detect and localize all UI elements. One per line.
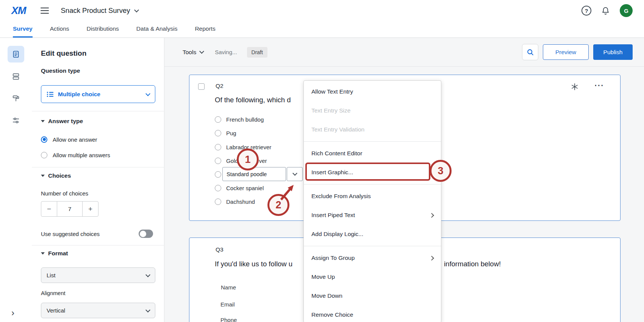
choice-radio-icon[interactable] (215, 185, 221, 191)
tab-data-analysis[interactable]: Data & Analysis (136, 21, 178, 38)
builder-icon-rail: › (0, 38, 32, 322)
choices-label: Choices (48, 172, 71, 179)
menu-item-allow-text-entry[interactable]: Allow Text Entry (304, 82, 441, 101)
multiple-choice-list-icon (47, 91, 54, 97)
search-button[interactable] (522, 44, 538, 60)
question-checkbox[interactable] (198, 83, 205, 90)
notifications-bell-icon[interactable] (601, 6, 610, 15)
choice-dropdown-button[interactable] (287, 167, 303, 181)
choice-row[interactable]: Pug (215, 129, 236, 137)
rail-style-icon[interactable] (8, 90, 24, 107)
top-bar: XM Snack Product Survey ? G (0, 0, 644, 21)
star-icon[interactable] (571, 83, 579, 91)
menu-item-text-entry-validation: Text Entry Validation (304, 120, 441, 139)
alignment-select[interactable]: Vertical (41, 303, 155, 318)
choices-section-header[interactable]: Choices (41, 172, 71, 179)
more-options-icon[interactable]: ⋯ (594, 80, 605, 91)
annotation-step-3: 3 (430, 160, 452, 182)
form-field-name-label[interactable]: Name (221, 284, 236, 291)
choice-radio-icon[interactable] (215, 116, 221, 123)
choice-row[interactable]: French bulldog (215, 116, 264, 123)
choice-label[interactable]: Pug (226, 130, 236, 136)
alignment-label: Alignment (41, 290, 65, 296)
form-field-email-label[interactable]: Email (220, 301, 235, 308)
hamburger-menu-icon[interactable] (41, 10, 49, 11)
publish-button[interactable]: Publish (593, 44, 633, 60)
menu-divider (304, 246, 441, 246)
question-type-select[interactable]: Multiple choice (41, 85, 155, 103)
question-id: Q3 (216, 246, 224, 253)
menu-divider (304, 141, 441, 142)
main-nav-tabs: Survey Actions Distributions Data & Anal… (0, 21, 644, 38)
number-of-choices-label: Number of choices (41, 190, 88, 197)
xm-logo: XM (11, 5, 26, 17)
radio-selected-icon[interactable] (41, 136, 47, 143)
collapse-panel-chevron-icon[interactable]: › (11, 308, 14, 318)
question-text-left[interactable]: If you'd like us to follow u (215, 260, 292, 268)
menu-item-text-entry-size: Text Entry Size (304, 101, 441, 120)
increment-button[interactable]: + (82, 201, 98, 217)
rail-blocks-icon[interactable] (8, 68, 24, 85)
menu-item-assign-to-group[interactable]: Assign To Group (304, 249, 441, 267)
tab-distributions[interactable]: Distributions (87, 21, 119, 38)
answer-one-label: Allow one answer (53, 136, 97, 143)
divider (32, 111, 164, 111)
submenu-chevron-right-icon (429, 256, 434, 261)
chevron-down-icon (292, 171, 297, 176)
menu-item-exclude-from-analysis[interactable]: Exclude From Analysis (304, 187, 441, 206)
menu-item-rich-content-editor[interactable]: Rich Content Editor (304, 144, 441, 163)
header-actions: ? G (581, 4, 633, 17)
answer-one-option[interactable]: Allow one answer (41, 136, 97, 143)
caret-down-icon (41, 175, 45, 177)
tab-actions[interactable]: Actions (50, 21, 69, 38)
choice-row[interactable]: Dachshund (215, 198, 255, 205)
choice-radio-icon[interactable] (215, 130, 221, 136)
format-select[interactable]: List (41, 267, 155, 283)
chevron-down-icon (145, 272, 150, 277)
choice-label[interactable]: Cocker spaniel (226, 185, 264, 191)
tools-label: Tools (183, 49, 196, 56)
use-suggested-choices-toggle[interactable] (139, 230, 153, 238)
choice-label[interactable]: Dachshund (226, 199, 255, 205)
choices-count-value[interactable]: 7 (57, 201, 83, 217)
menu-item-move-up[interactable]: Move Up (304, 267, 441, 286)
help-icon[interactable]: ? (581, 6, 591, 16)
canvas-toolbar: Tools Saving... Draft Preview Publish (164, 38, 644, 67)
choice-label[interactable]: French bulldog (226, 116, 264, 123)
answer-type-section-header[interactable]: Answer type (41, 118, 83, 125)
question-text-right[interactable]: information below! (444, 260, 501, 268)
preview-button[interactable]: Preview (543, 44, 589, 60)
menu-item-insert-piped-text[interactable]: Insert Piped Text (304, 206, 441, 225)
choice-radio-icon[interactable] (215, 158, 221, 164)
survey-title-chevron-down-icon[interactable] (134, 8, 139, 13)
annotation-step-2: 2 (267, 194, 289, 216)
tab-survey[interactable]: Survey (13, 21, 33, 38)
submenu-chevron-right-icon (429, 213, 434, 218)
choice-radio-icon[interactable] (215, 199, 221, 205)
choice-context-menu: Allow Text Entry Text Entry Size Text En… (303, 80, 441, 322)
edit-question-panel: Edit question Question type Multiple cho… (32, 38, 164, 322)
question-text[interactable]: Of the following, which d (215, 96, 291, 104)
format-section-header[interactable]: Format (41, 250, 68, 257)
menu-item-add-display-logic[interactable]: Add Display Logic... (304, 225, 441, 244)
chevron-down-icon (145, 91, 150, 96)
question-type-label: Question type (41, 67, 80, 74)
format-label: Format (48, 250, 68, 257)
user-avatar[interactable]: G (620, 4, 633, 17)
answer-multiple-option[interactable]: Allow multiple answers (41, 151, 110, 159)
menu-item-move-down[interactable]: Move Down (304, 286, 441, 305)
choice-row[interactable]: Cocker spaniel (215, 184, 264, 192)
form-field-phone-label[interactable]: Phone (220, 317, 237, 322)
choice-edit-input[interactable] (222, 167, 286, 181)
choice-radio-icon[interactable] (215, 144, 221, 150)
rail-builder-icon[interactable] (8, 46, 24, 63)
tools-button[interactable]: Tools (183, 49, 203, 56)
survey-title[interactable]: Snack Product Survey (61, 6, 130, 15)
menu-item-remove-choice[interactable]: Remove Choice (304, 305, 441, 322)
panel-title: Edit question (41, 49, 86, 58)
rail-flow-icon[interactable] (8, 112, 24, 129)
radio-icon[interactable] (41, 152, 47, 158)
tab-reports[interactable]: Reports (195, 21, 215, 38)
choice-radio-icon[interactable] (215, 171, 221, 178)
decrement-button[interactable]: − (41, 201, 57, 217)
